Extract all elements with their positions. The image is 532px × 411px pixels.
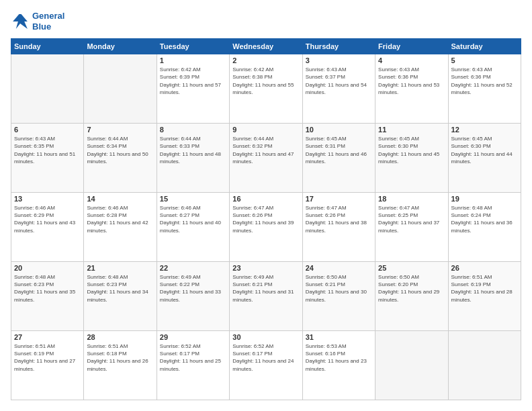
day-number: 17 (306, 195, 372, 203)
day-number: 21 (87, 264, 153, 272)
calendar-cell: 30Sunrise: 6:52 AMSunset: 6:17 PMDayligh… (230, 331, 302, 400)
calendar-cell: 20Sunrise: 6:48 AMSunset: 6:23 PMDayligh… (11, 262, 84, 331)
day-number: 20 (14, 264, 81, 272)
logo: General Blue (11, 11, 64, 32)
day-info: Sunrise: 6:44 AMSunset: 6:32 PMDaylight:… (232, 135, 299, 165)
calendar-cell: 3Sunrise: 6:43 AMSunset: 6:37 PMDaylight… (302, 54, 375, 124)
calendar-cell: 8Sunrise: 6:44 AMSunset: 6:33 PMDaylight… (157, 124, 229, 193)
day-info: Sunrise: 6:48 AMSunset: 6:23 PMDaylight:… (14, 273, 81, 304)
day-number: 31 (306, 333, 372, 341)
calendar-cell: 7Sunrise: 6:44 AMSunset: 6:34 PMDaylight… (84, 124, 157, 193)
day-info: Sunrise: 6:42 AMSunset: 6:39 PMDaylight:… (160, 66, 226, 96)
day-info: Sunrise: 6:46 AMSunset: 6:29 PMDaylight:… (14, 204, 81, 234)
calendar-cell: 27Sunrise: 6:51 AMSunset: 6:19 PMDayligh… (11, 331, 84, 400)
day-number: 26 (451, 264, 518, 272)
day-number: 6 (14, 126, 81, 134)
day-info: Sunrise: 6:43 AMSunset: 6:36 PMDaylight:… (451, 66, 518, 96)
page: General Blue SundayMondayTuesdayWednesda… (0, 0, 532, 411)
day-number: 2 (232, 56, 299, 64)
day-number: 12 (451, 126, 518, 134)
calendar-cell: 14Sunrise: 6:46 AMSunset: 6:28 PMDayligh… (84, 193, 157, 262)
calendar-cell: 5Sunrise: 6:43 AMSunset: 6:36 PMDaylight… (448, 54, 521, 124)
calendar-cell: 22Sunrise: 6:49 AMSunset: 6:22 PMDayligh… (157, 262, 229, 331)
day-number: 3 (306, 56, 372, 64)
calendar-cell: 26Sunrise: 6:51 AMSunset: 6:19 PMDayligh… (448, 262, 521, 331)
day-info: Sunrise: 6:49 AMSunset: 6:22 PMDaylight:… (160, 273, 226, 304)
day-number: 19 (451, 195, 518, 203)
calendar-cell: 4Sunrise: 6:43 AMSunset: 6:36 PMDaylight… (375, 54, 448, 124)
calendar-header-friday: Friday (375, 39, 448, 54)
day-info: Sunrise: 6:51 AMSunset: 6:19 PMDaylight:… (14, 342, 81, 373)
day-number: 24 (306, 264, 372, 272)
calendar-cell (84, 54, 157, 124)
day-info: Sunrise: 6:51 AMSunset: 6:18 PMDaylight:… (87, 342, 153, 373)
calendar-header-thursday: Thursday (302, 39, 375, 54)
day-number: 14 (87, 195, 153, 203)
calendar-table: SundayMondayTuesdayWednesdayThursdayFrid… (11, 38, 521, 400)
calendar-header-saturday: Saturday (448, 39, 521, 54)
day-number: 9 (232, 126, 299, 134)
calendar-cell: 18Sunrise: 6:47 AMSunset: 6:25 PMDayligh… (375, 193, 448, 262)
day-info: Sunrise: 6:43 AMSunset: 6:36 PMDaylight:… (378, 66, 445, 96)
calendar-cell: 24Sunrise: 6:50 AMSunset: 6:21 PMDayligh… (302, 262, 375, 331)
calendar-cell: 28Sunrise: 6:51 AMSunset: 6:18 PMDayligh… (84, 331, 157, 400)
calendar-cell: 11Sunrise: 6:45 AMSunset: 6:30 PMDayligh… (375, 124, 448, 193)
day-info: Sunrise: 6:44 AMSunset: 6:34 PMDaylight:… (87, 135, 153, 165)
day-number: 30 (232, 333, 299, 341)
calendar-cell: 1Sunrise: 6:42 AMSunset: 6:39 PMDaylight… (157, 54, 229, 124)
day-info: Sunrise: 6:52 AMSunset: 6:17 PMDaylight:… (232, 342, 299, 373)
day-info: Sunrise: 6:43 AMSunset: 6:37 PMDaylight:… (306, 66, 372, 96)
day-number: 7 (87, 126, 153, 134)
calendar-cell: 12Sunrise: 6:45 AMSunset: 6:30 PMDayligh… (448, 124, 521, 193)
header: General Blue (11, 11, 521, 32)
day-info: Sunrise: 6:47 AMSunset: 6:26 PMDaylight:… (232, 204, 299, 234)
day-number: 8 (160, 126, 226, 134)
day-info: Sunrise: 6:42 AMSunset: 6:38 PMDaylight:… (232, 66, 299, 96)
calendar-cell: 23Sunrise: 6:49 AMSunset: 6:21 PMDayligh… (230, 262, 302, 331)
day-info: Sunrise: 6:51 AMSunset: 6:19 PMDaylight:… (451, 273, 518, 304)
calendar-cell (11, 54, 84, 124)
day-number: 28 (87, 333, 153, 341)
calendar-cell: 29Sunrise: 6:52 AMSunset: 6:17 PMDayligh… (157, 331, 229, 400)
calendar-cell: 9Sunrise: 6:44 AMSunset: 6:32 PMDaylight… (230, 124, 302, 193)
day-info: Sunrise: 6:53 AMSunset: 6:16 PMDaylight:… (306, 342, 372, 373)
day-number: 13 (14, 195, 81, 203)
day-info: Sunrise: 6:46 AMSunset: 6:27 PMDaylight:… (160, 204, 226, 234)
calendar-header-monday: Monday (84, 39, 157, 54)
day-number: 27 (14, 333, 81, 341)
logo-icon (11, 12, 30, 31)
calendar-cell: 17Sunrise: 6:47 AMSunset: 6:26 PMDayligh… (302, 193, 375, 262)
day-number: 22 (160, 264, 226, 272)
calendar-header-tuesday: Tuesday (157, 39, 229, 54)
day-info: Sunrise: 6:49 AMSunset: 6:21 PMDaylight:… (232, 273, 299, 304)
calendar-cell: 19Sunrise: 6:48 AMSunset: 6:24 PMDayligh… (448, 193, 521, 262)
svg-marker-0 (13, 14, 28, 29)
calendar-cell: 6Sunrise: 6:43 AMSunset: 6:35 PMDaylight… (11, 124, 84, 193)
day-info: Sunrise: 6:50 AMSunset: 6:20 PMDaylight:… (378, 273, 445, 304)
day-number: 29 (160, 333, 226, 341)
day-number: 11 (378, 126, 445, 134)
calendar-cell: 16Sunrise: 6:47 AMSunset: 6:26 PMDayligh… (230, 193, 302, 262)
day-info: Sunrise: 6:45 AMSunset: 6:31 PMDaylight:… (306, 135, 372, 165)
calendar-cell: 31Sunrise: 6:53 AMSunset: 6:16 PMDayligh… (302, 331, 375, 400)
calendar-cell: 13Sunrise: 6:46 AMSunset: 6:29 PMDayligh… (11, 193, 84, 262)
day-number: 18 (378, 195, 445, 203)
day-info: Sunrise: 6:46 AMSunset: 6:28 PMDaylight:… (87, 204, 153, 234)
calendar-cell: 2Sunrise: 6:42 AMSunset: 6:38 PMDaylight… (230, 54, 302, 124)
day-number: 16 (232, 195, 299, 203)
day-info: Sunrise: 6:52 AMSunset: 6:17 PMDaylight:… (160, 342, 226, 373)
day-number: 25 (378, 264, 445, 272)
day-number: 15 (160, 195, 226, 203)
day-number: 23 (232, 264, 299, 272)
logo-text: General Blue (32, 11, 64, 32)
day-number: 4 (378, 56, 445, 64)
day-info: Sunrise: 6:45 AMSunset: 6:30 PMDaylight:… (378, 135, 445, 165)
calendar-cell (448, 331, 521, 400)
calendar-header-sunday: Sunday (11, 39, 84, 54)
calendar-cell: 10Sunrise: 6:45 AMSunset: 6:31 PMDayligh… (302, 124, 375, 193)
day-number: 5 (451, 56, 518, 64)
calendar-cell (375, 331, 448, 400)
day-number: 10 (306, 126, 372, 134)
day-info: Sunrise: 6:45 AMSunset: 6:30 PMDaylight:… (451, 135, 518, 165)
day-info: Sunrise: 6:47 AMSunset: 6:26 PMDaylight:… (306, 204, 372, 234)
